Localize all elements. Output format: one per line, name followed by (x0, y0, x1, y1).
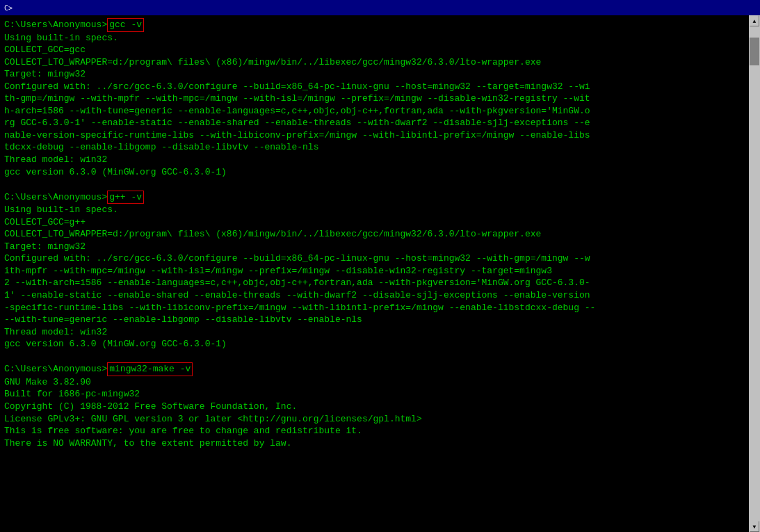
terminal-line: 2 --with-arch=i586 --enable-languages=c,… (4, 277, 756, 289)
terminal-line: --with-tune=generic --enable-libgomp --d… (4, 314, 756, 326)
terminal-line: Configured with: ../src/gcc-6.3.0/config… (4, 81, 756, 93)
command-box: gcc -v (107, 18, 144, 32)
terminal-line: Using built-in specs. (4, 204, 756, 216)
terminal-line: Thread model: win32 (4, 326, 756, 339)
prompt-line: C:\Users\Anonymous>gcc -v (4, 18, 756, 32)
terminal-line: ith-mpfr --with-mpc=/mingw --with-isl=/m… (4, 265, 756, 277)
terminal-line: This is free software: you are free to c… (4, 425, 756, 437)
scroll-down-arrow[interactable]: ▼ (750, 521, 759, 532)
minimize-button[interactable] (700, 1, 718, 14)
terminal-line: Target: mingw32 (4, 68, 756, 81)
terminal-line: License GPLv3+: GNU GPL version 3 or lat… (4, 413, 756, 426)
terminal-line: th-gmp=/mingw --with-mpfr --with-mpc=/mi… (4, 92, 756, 105)
prompt-text: C:\Users\Anonymous> (4, 363, 107, 376)
prompt-text: C:\Users\Anonymous> (4, 191, 107, 204)
titlebar-left: C> (3, 2, 18, 13)
titlebar: C> (0, 0, 760, 15)
empty-line (4, 350, 756, 363)
command-box: mingw32-make -v (107, 362, 193, 376)
terminal-line: COLLECT_LTO_WRAPPER=d:/program\ files\ (… (4, 56, 756, 69)
command-box: g++ -v (107, 191, 144, 204)
scroll-up-arrow[interactable]: ▲ (750, 15, 759, 26)
terminal-line: 1' --enable-static --enable-shared --ena… (4, 289, 756, 302)
prompt-text: C:\Users\Anonymous> (4, 19, 107, 31)
terminal-line: nable-version-specific-runtime-libs --wi… (4, 129, 756, 142)
terminal-line: gcc version 6.3.0 (MinGW.org GCC-6.3.0-1… (4, 166, 756, 179)
svg-text:C>: C> (4, 4, 13, 12)
terminal-line: gcc version 6.3.0 (MinGW.org GCC-6.3.0-1… (4, 338, 756, 350)
terminal-line: Copyright (C) 1988-2012 Free Software Fo… (4, 401, 756, 413)
terminal-line: rg GCC-6.3.0-1' --enable-static --enable… (4, 117, 756, 129)
terminal-line: Target: mingw32 (4, 241, 756, 253)
terminal-content: C:\Users\Anonymous>gcc -vUsing built-in … (4, 18, 756, 449)
terminal-line: COLLECT_GCC=g++ (4, 216, 756, 229)
prompt-line: C:\Users\Anonymous>g++ -v (4, 191, 756, 204)
close-button[interactable] (739, 1, 757, 14)
terminal-line: Built for i686-pc-mingw32 (4, 388, 756, 401)
maximize-button[interactable] (720, 1, 738, 14)
empty-line (4, 178, 756, 191)
terminal-line: -specific-runtime-libs --with-libiconv-p… (4, 302, 756, 314)
terminal-line: tdcxx-debug --enable-libgomp --disable-l… (4, 141, 756, 154)
cmd-window: C> C:\Users\Anonymous>gcc -vUsing built-… (0, 0, 760, 532)
terminal-line: COLLECT_LTO_WRAPPER=d:/program\ files\ (… (4, 228, 756, 241)
scrollbar-thumb[interactable] (750, 38, 759, 65)
terminal-body[interactable]: C:\Users\Anonymous>gcc -vUsing built-in … (0, 15, 760, 532)
titlebar-controls (700, 1, 757, 14)
cmd-icon: C> (3, 2, 14, 13)
terminal-line: COLLECT_GCC=gcc (4, 44, 756, 56)
terminal-line: Thread model: win32 (4, 154, 756, 166)
terminal-line: Using built-in specs. (4, 32, 756, 45)
terminal-line: GNU Make 3.82.90 (4, 376, 756, 389)
scrollbar[interactable]: ▲ ▼ (749, 15, 760, 532)
prompt-line: C:\Users\Anonymous>mingw32-make -v (4, 362, 756, 376)
terminal-line: h-arch=i586 --with-tune=generic --enable… (4, 105, 756, 118)
terminal-line: There is NO WARRANTY, to the extent perm… (4, 437, 756, 450)
terminal-line: Configured with: ../src/gcc-6.3.0/config… (4, 252, 756, 265)
